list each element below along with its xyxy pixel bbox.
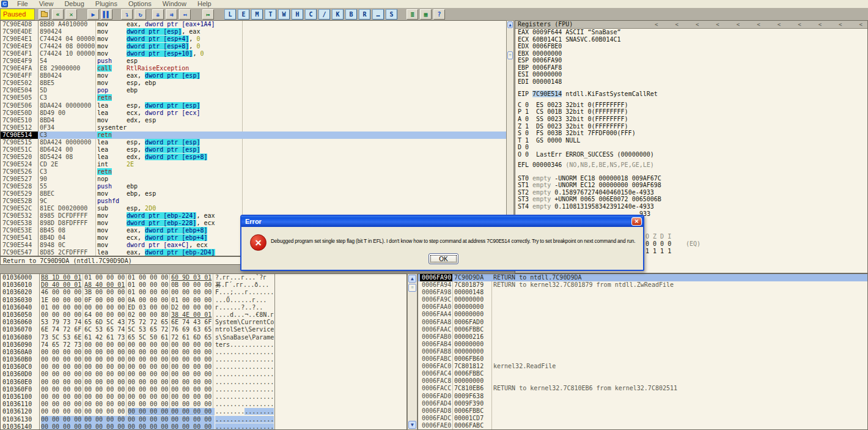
scroll-down-icon[interactable]: ▼ [408, 421, 416, 429]
stack-pane[interactable]: 0006FA907C90D9DARETURN to ntdll.7C90D9DA… [417, 273, 868, 430]
call-stack-window-button[interactable]: K [332, 9, 344, 20]
register-line[interactable]: EDX 0006FBE0 [515, 43, 867, 50]
stack-row[interactable]: 0006FAB400000000 [418, 341, 867, 348]
disasm-row[interactable]: 7C90E4D88B80 A4010000moveax, dword ptr [… [1, 21, 506, 28]
executables-window-button[interactable]: E [238, 9, 249, 20]
stack-row[interactable]: 0006FAAC0006FBBC [418, 326, 867, 333]
threads-window-button[interactable]: T [265, 9, 276, 20]
stack-row[interactable]: 0006FA9800000148 [418, 289, 867, 296]
disasm-row[interactable]: 7C90E52790nop [1, 176, 506, 183]
stack-row[interactable]: 0006FAB800000000 [418, 348, 867, 355]
stack-row[interactable]: 0006FAC800000000 [418, 377, 867, 385]
breakpoints-window-button[interactable]: B [345, 9, 357, 20]
disasm-row[interactable]: 7C90E4E1C74424 04 00000movdword ptr [esp… [1, 35, 506, 43]
stack-row[interactable]: 0006FABC0006FB60 [418, 355, 867, 363]
help-button[interactable]: ? [433, 9, 445, 20]
history-arrows[interactable]: <<<<<<<<<<< [655, 21, 862, 28]
history-arrow-icon[interactable]: < [655, 21, 658, 28]
stack-row[interactable]: 0006FAA80006FAD0 [418, 319, 867, 326]
dump-row[interactable]: 010360F000 00 00 0000 00 00 0000 00 00 0… [1, 386, 406, 393]
stack-row[interactable]: 0006FAC40006FBBC [418, 370, 867, 377]
step-over-button[interactable]: ↻ [134, 9, 146, 20]
disasm-row[interactable]: 7C90E4DE890424movdword ptr [esp], eax [1, 28, 506, 35]
close-program-button[interactable]: ✕ [65, 9, 77, 20]
patches-window-button[interactable]: / [318, 9, 330, 20]
dump-row[interactable]: 010360B000 00 00 0000 00 00 0000 00 00 0… [1, 356, 406, 363]
disasm-row[interactable]: 7C90E5120F34sysenter [1, 124, 506, 132]
disasm-row[interactable]: 7C90E5298BECmovebp, esp [1, 190, 506, 198]
dump-row[interactable]: 0103614000 00 00 0000 00 00 0000 00 00 0… [1, 423, 406, 430]
dump-row[interactable]: 010360706E 74 72 6F6C 53 65 745C 53 65 7… [1, 326, 406, 333]
register-line[interactable]: ST2 empty 0.1589767274040460150e-4933 [515, 189, 867, 196]
scroll-up-icon[interactable]: ▲ [507, 21, 513, 28]
disasm-row[interactable]: 7C90E514C3retn [1, 132, 506, 139]
dump-row[interactable]: 010360E000 00 00 0000 00 00 0000 00 00 0… [1, 379, 406, 386]
register-line[interactable]: P 1 CS 001B 32bit 0(FFFFFFFF) [515, 108, 867, 116]
register-line[interactable]: ST4 empty 0.1108131958342391240e-4933 [515, 203, 867, 210]
stack-row[interactable]: 0006FAA400000000 [418, 311, 867, 318]
disasm-row[interactable]: 7C90E4E9C74424 08 00000movdword ptr [esp… [1, 43, 506, 50]
dump-row[interactable]: 0103605000 00 00 0064 00 00 0002 00 00 8… [1, 311, 406, 319]
disasm-row[interactable]: 7C90E526C3retn [1, 168, 506, 176]
menu-item-file[interactable]: File [12, 0, 34, 8]
stack-row[interactable]: 0006FAD00009F638 [418, 393, 867, 400]
stack-row[interactable]: 0006FAB000000216 [418, 333, 867, 341]
stack-row[interactable]: 0006FADC00001CD7 [418, 415, 867, 422]
disasm-row[interactable]: 7C90E5208D5424 08leaedx, dword ptr [esp+… [1, 154, 506, 161]
stack-row[interactable]: 0006FA947C801879RETURN to kernel32.7C801… [418, 281, 867, 289]
stack-row[interactable]: 0006FA907C90D9DARETURN to ntdll.7C90D9DA [418, 274, 867, 281]
stack-row[interactable]: 0006FAD40009F390 [418, 400, 867, 407]
restart-button[interactable]: « [52, 9, 64, 20]
stack-row[interactable]: 0006FACC7C810EB6RETURN to kernel32.7C810… [418, 385, 867, 392]
dialog-title-bar[interactable]: Error ✕ [241, 216, 643, 227]
register-line[interactable]: ST0 empty -UNORM EC18 00000018 009AF67C [515, 175, 867, 182]
register-line[interactable]: EIP 7C90E514 ntdll.KiFastSystemCallRet [515, 91, 867, 98]
dump-row[interactable]: 0103612000 00 00 0000 00 00 0000 00 00 0… [1, 408, 406, 415]
register-line[interactable]: EDI 00000148 [515, 78, 867, 86]
step-into-button[interactable]: ↴ [121, 9, 133, 20]
register-line[interactable]: ECX 60B014C1 SNASVC.60B014C1 [515, 36, 867, 43]
appearance-button[interactable]: ▦ [420, 9, 432, 20]
menu-item-window[interactable]: Window [157, 0, 192, 8]
register-line[interactable]: EBP 0006FAF8 [515, 64, 867, 72]
register-line[interactable]: EAX 0009F644 ASCII “SnaBase” [515, 29, 867, 36]
disasm-row[interactable]: 7C90E4FF8B0424moveax, dword ptr [esp] [1, 72, 506, 80]
register-line[interactable]: C 0 ES 0023 32bit 0(FFFFFFFF) [515, 102, 867, 109]
cpu-window-button[interactable]: C [305, 9, 317, 20]
register-line[interactable]: ST3 empty +UNORM 0065 006E0072 0065006B [515, 196, 867, 203]
disasm-row[interactable]: 7C90E52B9Cpushfd [1, 198, 506, 205]
dump-row[interactable]: 010360D000 00 00 0000 00 00 0000 00 00 0… [1, 371, 406, 378]
memory-dump-pane[interactable]: 01036000B8 1D 00 0101 00 00 0001 00 00 0… [0, 273, 407, 430]
till-return-button[interactable]: ↤ [179, 9, 191, 20]
history-arrow-icon[interactable]: < [757, 21, 760, 28]
close-icon[interactable]: ✕ [631, 217, 642, 226]
trace-over-button[interactable]: ⇉ [166, 9, 177, 20]
register-line[interactable]: A 0 SS 0023 32bit 0(FFFFFFFF) [515, 116, 867, 123]
history-arrow-icon[interactable]: < [839, 21, 842, 28]
dump-row[interactable]: 010360C000 00 00 0000 00 00 0000 00 00 0… [1, 363, 406, 371]
disasm-row[interactable]: 7C90E52C81EC D0020000subesp, 2D0 [1, 205, 506, 212]
dump-row[interactable]: 0103611000 00 00 0000 00 00 0000 00 00 0… [1, 401, 406, 408]
disasm-row[interactable]: 7C90E52855pushebp [1, 183, 506, 190]
register-line[interactable]: S 0 FS 003B 32bit 7FFDF000(FFF) [515, 130, 867, 137]
history-arrow-icon[interactable]: < [818, 21, 822, 28]
history-arrow-icon[interactable]: < [737, 21, 740, 28]
stack-row[interactable]: 0006FAC07C801812kernel32.ReadFile [418, 363, 867, 370]
register-line[interactable]: ST1 empty -UNORM EC12 00000000 009AF698 [515, 182, 867, 189]
register-line[interactable]: T 1 GS 0000 NULL [515, 137, 867, 144]
disasm-row[interactable]: 7C90E4F954pushesp [1, 57, 506, 65]
options-list-button[interactable]: ≣ [406, 9, 418, 20]
stack-row[interactable]: 0006FAA000000000 [418, 303, 867, 311]
dump-row[interactable]: 0103604001 00 00 0000 00 00 00ED 03 00 0… [1, 304, 406, 311]
disasm-row[interactable]: 7C90E4F1C74424 10 00000movdword ptr [esp… [1, 50, 506, 57]
dump-scrollbar[interactable]: ▲ ≡ ▼ [407, 273, 417, 430]
disasm-row[interactable]: 7C90E5028BE5movesp, ebp [1, 80, 506, 87]
disasm-row[interactable]: 7C90E4FAE8 29000000callRtlRaiseException [1, 65, 506, 72]
register-line[interactable]: O 0 LastErr ERROR_SUCCESS (00000000) [515, 151, 867, 158]
disasm-row[interactable]: 7C90E505C3retn [1, 94, 506, 102]
menu-item-options[interactable]: Options [123, 0, 157, 8]
log-window-button[interactable]: L [224, 9, 236, 20]
dump-row[interactable]: 0103609074 65 72 7300 00 00 0000 00 00 0… [1, 341, 406, 349]
disasm-row[interactable]: 7C90E5068DA424 0000000leaesp, dword ptr … [1, 102, 506, 109]
ok-button[interactable]: OK [428, 253, 458, 264]
